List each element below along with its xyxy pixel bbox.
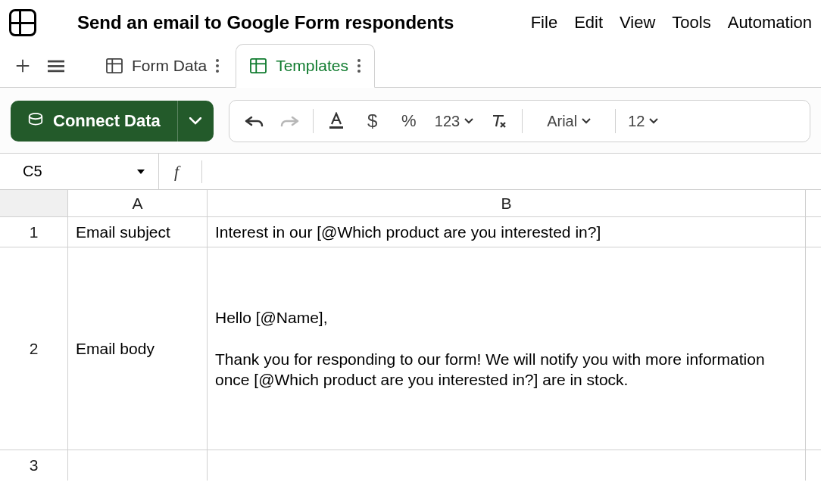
connect-data-button[interactable]: Connect Data (11, 101, 177, 142)
font-size-label: 12 (628, 113, 645, 130)
text-color-icon (328, 112, 345, 130)
column-header-a[interactable]: A (68, 190, 208, 217)
formula-bar[interactable]: f (159, 154, 821, 189)
add-tab-button[interactable] (8, 51, 38, 81)
font-family-dropdown[interactable]: Arial (527, 106, 610, 136)
percent-format-button[interactable]: % (391, 106, 427, 136)
menu-file[interactable]: File (531, 13, 557, 33)
connect-data-button-group: Connect Data (11, 101, 214, 142)
spreadsheet-grid: A B 1 Email subject Interest in our [@Wh… (0, 190, 821, 481)
all-tabs-button[interactable] (41, 51, 71, 81)
cell-b2[interactable]: Hello [@Name], Thank you for responding … (208, 247, 806, 450)
font-family-label: Arial (547, 113, 577, 130)
svg-point-9 (30, 114, 42, 119)
cell-c3[interactable] (806, 450, 821, 481)
tab-templates-menu-icon[interactable] (357, 59, 361, 73)
chevron-down-icon (137, 170, 145, 174)
number-format-button[interactable]: 123 (427, 106, 481, 136)
cell-a2[interactable]: Email body (68, 247, 208, 450)
svg-rect-0 (48, 60, 64, 62)
row-header-2[interactable]: 2 (0, 247, 68, 450)
menu-tools[interactable]: Tools (672, 13, 710, 33)
chevron-down-icon (649, 118, 658, 124)
menu-bar: File Edit View Tools Automation (531, 13, 812, 33)
redo-icon (280, 115, 300, 127)
tab-form-data[interactable]: Form Data (92, 44, 233, 88)
number-format-label: 123 (435, 113, 460, 130)
menu-view[interactable]: View (620, 13, 655, 33)
row-header-3[interactable]: 3 (0, 450, 68, 481)
cell-a1[interactable]: Email subject (68, 217, 208, 247)
row-header-1[interactable]: 1 (0, 217, 68, 247)
cell-c2[interactable] (806, 247, 821, 450)
column-header-c[interactable] (806, 190, 821, 217)
cell-a3[interactable] (68, 450, 208, 481)
column-header-b[interactable]: B (208, 190, 806, 217)
clear-format-icon (491, 114, 507, 129)
menu-edit[interactable]: Edit (574, 13, 603, 33)
table-icon (250, 58, 267, 73)
tab-templates-label: Templates (276, 57, 348, 75)
undo-icon (244, 115, 264, 127)
svg-rect-10 (329, 126, 343, 129)
fx-icon: f (174, 162, 179, 182)
tab-form-data-menu-icon[interactable] (216, 59, 219, 73)
cell-c1[interactable] (806, 217, 821, 247)
document-title[interactable]: Send an email to Google Form respondents (77, 12, 454, 33)
svg-rect-6 (251, 59, 266, 73)
tab-form-data-label: Form Data (132, 57, 207, 75)
font-size-dropdown[interactable]: 12 (620, 106, 666, 136)
svg-rect-1 (48, 65, 64, 67)
chevron-down-icon (189, 117, 201, 125)
app-logo-icon (9, 9, 36, 36)
database-icon (27, 113, 44, 129)
tab-templates[interactable]: Templates (236, 44, 375, 88)
connect-data-dropdown-button[interactable] (177, 101, 214, 142)
undo-button[interactable] (236, 106, 272, 136)
chevron-down-icon (582, 118, 591, 124)
connect-data-label: Connect Data (53, 111, 161, 131)
cell-reference-value: C5 (23, 163, 42, 180)
cell-b2-text: Hello [@Name], Thank you for responding … (215, 307, 798, 390)
chevron-down-icon (464, 118, 473, 124)
cell-b3[interactable] (208, 450, 806, 481)
menu-automation[interactable]: Automation (728, 13, 812, 33)
select-all-cell[interactable] (0, 190, 68, 217)
cell-b1[interactable]: Interest in our [@Which product are you … (208, 217, 806, 247)
svg-rect-3 (107, 58, 122, 72)
redo-button[interactable] (272, 106, 308, 136)
formatting-toolbar: $ % 123 Arial 12 (229, 100, 810, 142)
table-icon (106, 58, 123, 73)
text-color-button[interactable] (318, 106, 354, 136)
currency-format-button[interactable]: $ (354, 106, 391, 136)
cell-reference-box[interactable]: C5 (0, 154, 159, 189)
clear-formatting-button[interactable] (481, 106, 517, 136)
svg-rect-2 (48, 70, 64, 72)
